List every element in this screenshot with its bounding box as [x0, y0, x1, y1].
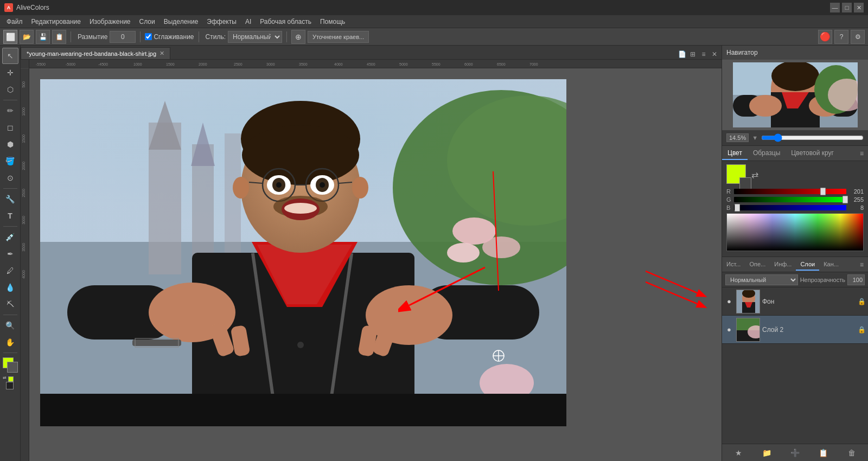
canvas-image[interactable] — [40, 79, 566, 426]
opacity-input[interactable] — [847, 274, 865, 285]
tool-brush[interactable]: ✏ — [2, 103, 18, 119]
color-swap-arrow[interactable]: ⇄ — [751, 170, 758, 180]
color-spectrum[interactable] — [726, 213, 864, 251]
toolbar-icon1[interactable]: 🔴 — [818, 30, 832, 44]
layer-delete-button[interactable]: 🗑 — [846, 447, 858, 459]
tool-move[interactable]: ✛ — [2, 65, 18, 81]
layer-item-layer2[interactable]: ● Слой 2 🔒 — [722, 316, 868, 344]
color-tab-swatches[interactable]: Образцы — [748, 147, 786, 160]
channel-row-g: G 255 — [726, 196, 864, 203]
layers-blend-mode[interactable]: Нормальный — [725, 274, 798, 285]
color-tab-color[interactable]: Цвет — [722, 147, 748, 160]
tool-text[interactable]: T — [2, 208, 18, 224]
color-swap-icon[interactable]: ⇄ — [3, 375, 7, 380]
tool-save[interactable]: 💾 — [36, 30, 50, 44]
smooth-wrap[interactable]: Сглаживание — [145, 33, 194, 41]
tool-clone[interactable]: ⊙ — [2, 170, 18, 186]
menu-workspace[interactable]: Рабочая область — [256, 17, 316, 27]
menu-help[interactable]: Помощь — [316, 17, 349, 27]
tool-copy[interactable]: 📋 — [52, 30, 66, 44]
tool-target[interactable]: ⊕ — [291, 30, 305, 44]
toolbar-settings[interactable]: ⚙ — [851, 30, 865, 44]
tool-hand[interactable]: ✋ — [2, 334, 18, 350]
channel-g-thumb[interactable] — [843, 196, 848, 203]
channel-r-thumb[interactable] — [820, 188, 826, 195]
tab-menu-icon[interactable]: ≡ — [699, 49, 709, 59]
svg-text:500: 500 — [22, 81, 25, 88]
layer-add-style-button[interactable]: ★ — [732, 447, 744, 459]
layers-tab-menu-icon[interactable]: ≡ — [856, 261, 868, 268]
tool-spot-heal[interactable]: ⛏ — [2, 296, 18, 312]
minimize-button[interactable]: — — [830, 3, 840, 12]
close-button[interactable]: ✕ — [854, 3, 864, 12]
background-color[interactable] — [7, 362, 18, 373]
canvas-scroll[interactable] — [29, 68, 722, 461]
zoom-slider[interactable] — [761, 133, 864, 142]
svg-point-35 — [482, 236, 520, 258]
color-tab-wheel[interactable]: Цветовой круг — [786, 147, 839, 160]
tool-shape[interactable]: ⬢ — [2, 136, 18, 152]
layer-copy-button[interactable]: 📋 — [818, 447, 829, 459]
tab-close-button[interactable]: ✕ — [159, 50, 164, 57]
tool-pencil[interactable]: 🖊 — [2, 262, 18, 279]
svg-text:3000: 3000 — [266, 62, 275, 66]
tool-eyedropper[interactable]: 💉 — [2, 229, 18, 245]
smooth-checkbox[interactable] — [145, 33, 152, 40]
style-select[interactable]: Нормальный — [228, 31, 282, 43]
tab-new-icon[interactable]: 📄 — [677, 49, 687, 59]
tool-eraser[interactable]: ◻ — [2, 119, 18, 136]
zoom-value[interactable]: 14.5% — [726, 133, 749, 142]
maximize-button[interactable]: □ — [842, 3, 852, 12]
color-bg-box[interactable] — [6, 382, 14, 389]
tool-pen[interactable]: ✒ — [2, 246, 18, 262]
menu-effects[interactable]: Эффекты — [202, 17, 241, 27]
menu-layers[interactable]: Слои — [135, 17, 159, 27]
layer-visibility-background[interactable]: ● — [724, 297, 734, 306]
edge-refine-button[interactable]: Уточнение краев... — [308, 31, 369, 43]
tool-transform[interactable]: ⬡ — [2, 81, 18, 98]
tool-open[interactable]: 📂 — [20, 30, 34, 44]
channel-r-slider[interactable] — [734, 189, 846, 194]
background-color-small[interactable] — [739, 177, 751, 189]
tab-close-panel[interactable]: ✕ — [710, 49, 719, 59]
toolbar-help[interactable]: ? — [834, 30, 848, 44]
canvas-tab[interactable]: *young-man-wearing-red-bandana-black-shi… — [21, 47, 170, 59]
layers-tab-info[interactable]: Инф... — [770, 259, 796, 271]
svg-point-60 — [233, 177, 249, 199]
tool-zoom[interactable]: 🔍 — [2, 317, 18, 334]
color-tab-menu-icon[interactable]: ≡ — [856, 150, 868, 157]
channel-b-slider[interactable] — [734, 205, 846, 210]
tool-select[interactable]: ↖ — [2, 48, 18, 64]
channel-g-slider[interactable] — [734, 197, 846, 202]
layer-lock-layer2[interactable]: 🔒 — [858, 326, 866, 334]
tool-fill[interactable]: 🪣 — [2, 153, 18, 169]
layer-lock-background[interactable]: 🔒 — [858, 298, 866, 305]
layers-tab-history[interactable]: Ист... — [722, 259, 745, 271]
menu-file[interactable]: Файл — [2, 17, 27, 27]
layers-tab-layers[interactable]: Слои — [796, 259, 819, 271]
menu-edit[interactable]: Редактирование — [27, 17, 85, 27]
tool-dodge[interactable]: 💧 — [2, 279, 18, 296]
navigator-preview[interactable] — [722, 60, 868, 130]
tool-patch[interactable]: 🔧 — [2, 191, 18, 207]
tool-rect-select[interactable]: ⬜ — [3, 30, 17, 44]
ruler-h-marks: -5500 -5000 -4500 1000 1500 2000 2500 30… — [30, 60, 557, 68]
svg-rect-78 — [40, 394, 566, 426]
menu-ai[interactable]: AI — [241, 17, 256, 27]
layer-add-button[interactable]: ➕ — [789, 447, 801, 459]
layers-tab-channels[interactable]: Кан... — [819, 259, 843, 271]
layer-visibility-layer2[interactable]: ● — [724, 325, 734, 335]
layers-tab-ops[interactable]: Опе... — [745, 259, 770, 271]
tab-grid-icon[interactable]: ⊞ — [688, 49, 698, 59]
layer-folder-button[interactable]: 📁 — [761, 447, 773, 459]
menu-selection[interactable]: Выделение — [159, 17, 203, 27]
svg-point-89 — [749, 95, 782, 117]
blur-input[interactable] — [110, 31, 136, 43]
layer-item-background[interactable]: ● Фон 🔒 — [722, 287, 868, 316]
channel-b-thumb[interactable] — [735, 204, 740, 212]
color-fg-small[interactable] — [8, 376, 14, 382]
menu-image[interactable]: Изображение — [85, 17, 135, 27]
color-picker[interactable] — [3, 357, 18, 373]
svg-text:1500: 1500 — [166, 62, 175, 66]
titlebar-controls[interactable]: — □ ✕ — [830, 3, 864, 12]
